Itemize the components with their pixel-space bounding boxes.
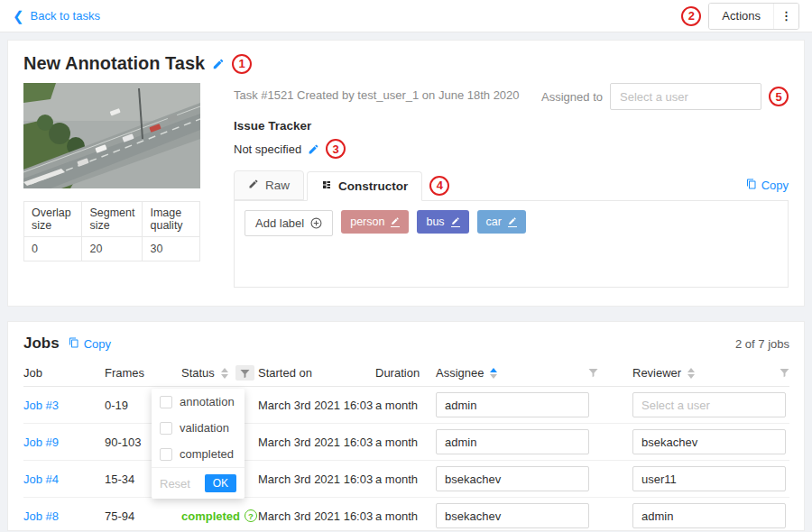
edit-issue-tracker-icon[interactable]: [308, 143, 319, 155]
duration-cell: a month: [375, 472, 436, 486]
label-chip-car[interactable]: car: [477, 210, 526, 234]
tab-constructor-label: Constructor: [338, 179, 408, 193]
task-preview-image: [23, 83, 200, 188]
started-cell: March 3rd 2021 16:03: [258, 472, 375, 486]
col-status[interactable]: Status: [181, 366, 215, 380]
question-circle-icon[interactable]: ?: [245, 509, 257, 522]
add-label-text: Add label: [255, 216, 304, 230]
col-started-on: Started on: [258, 366, 312, 380]
filter-option-validation-label: validation: [180, 421, 229, 435]
label-chip-bus-name: bus: [426, 216, 444, 228]
col-job: Job: [23, 366, 42, 380]
back-chevron-icon: ❮: [13, 9, 24, 23]
status-sort-icon[interactable]: [221, 368, 228, 379]
label-chip-bus[interactable]: bus: [417, 210, 468, 234]
jobs-title: Jobs: [23, 335, 60, 353]
task-title: New Annotation Task: [23, 53, 205, 74]
labels-constructor-panel: Add label person bus: [234, 200, 789, 288]
add-label-button[interactable]: Add label: [245, 210, 333, 236]
status-text: completed: [181, 509, 240, 523]
checkbox-annotation[interactable]: [160, 396, 172, 408]
started-cell: March 3rd 2021 16:03: [258, 509, 375, 523]
assignee-filter-icon[interactable]: [588, 368, 598, 378]
copy-icon: [69, 337, 79, 351]
filter-option-completed[interactable]: completed: [152, 441, 245, 467]
assignee-input[interactable]: [436, 503, 589, 528]
col-duration: Duration: [375, 366, 420, 380]
issue-tracker-value: Not specified: [234, 142, 301, 156]
assignee-sort-icon[interactable]: [490, 368, 497, 379]
duration-cell: a month: [375, 436, 436, 449]
labels-tabs: Raw Constructor 4 Copy: [234, 170, 789, 200]
actions-button[interactable]: Actions: [709, 4, 773, 29]
edit-label-icon[interactable]: [508, 216, 517, 227]
callout-1: 1: [232, 54, 252, 74]
reviewer-sort-icon[interactable]: [687, 368, 695, 379]
job-row: Job #3 0-19 March 3rd 2021 16:03 a month: [23, 387, 789, 424]
param-header-segment: Segment size: [82, 202, 143, 237]
checkbox-completed[interactable]: [160, 448, 172, 461]
col-reviewer[interactable]: Reviewer: [632, 366, 681, 380]
filter-option-validation[interactable]: validation: [152, 415, 245, 441]
callout-4: 4: [429, 176, 449, 196]
more-menu-button[interactable]: ⋮: [773, 4, 798, 29]
assignee-input[interactable]: [436, 392, 589, 417]
col-frames: Frames: [105, 366, 144, 380]
status-cell: completed ?: [181, 509, 258, 523]
filter-ok-button[interactable]: OK: [205, 474, 236, 492]
assignee-input[interactable]: [436, 466, 589, 491]
status-filter-icon[interactable]: [235, 365, 254, 381]
job-link[interactable]: Job #3: [23, 399, 59, 412]
task-assignee-select[interactable]: [610, 83, 761, 110]
vertical-dots-icon: ⋮: [780, 9, 792, 23]
copy-jobs-label: Copy: [84, 337, 111, 351]
edit-label-icon[interactable]: [451, 216, 460, 227]
callout-5: 5: [769, 87, 789, 106]
copy-icon: [746, 179, 757, 192]
checkbox-validation[interactable]: [160, 422, 172, 435]
reviewer-input[interactable]: [632, 429, 786, 454]
label-chip-car-name: car: [486, 216, 502, 228]
frames-cell: 75-94: [105, 509, 181, 523]
back-to-tasks-link[interactable]: ❮ Back to tasks: [13, 9, 100, 23]
duration-cell: a month: [375, 509, 436, 523]
job-row: Job #9 90-103 March 3rd 2021 16:03 a mon…: [23, 424, 789, 461]
edit-task-name-icon[interactable]: [212, 58, 225, 70]
jobs-count: 2 of 7 jobs: [735, 337, 789, 351]
assignee-input[interactable]: [436, 429, 589, 454]
duration-cell: a month: [375, 399, 436, 412]
assigned-to-label: Assigned to: [541, 90, 603, 104]
param-header-overlap: Overlap size: [24, 202, 82, 237]
col-assignee[interactable]: Assignee: [436, 366, 484, 380]
tab-raw[interactable]: Raw: [234, 170, 304, 200]
tab-constructor[interactable]: Constructor: [307, 171, 422, 201]
reviewer-input[interactable]: [632, 392, 786, 417]
label-chip-person-name: person: [350, 216, 384, 228]
actions-button-group: Actions ⋮: [708, 3, 799, 30]
edit-label-icon[interactable]: [391, 216, 400, 227]
filter-option-annotation[interactable]: annotation: [152, 389, 245, 415]
started-cell: March 3rd 2021 16:03: [258, 399, 375, 412]
copy-labels-link[interactable]: Copy: [746, 179, 789, 192]
label-chip-person[interactable]: person: [341, 210, 409, 234]
topbar: ❮ Back to tasks 2 Actions ⋮: [0, 0, 812, 32]
cvat-task-page: ❮ Back to tasks 2 Actions ⋮ New Annotati…: [0, 0, 812, 532]
jobs-card: Jobs Copy 2 of 7 jobs Job Frames Status …: [7, 321, 805, 531]
plus-circle-icon: [310, 217, 322, 229]
job-link[interactable]: Job #9: [23, 436, 59, 449]
reviewer-input[interactable]: [632, 503, 786, 528]
job-link[interactable]: Job #4: [23, 472, 59, 486]
task-card: New Annotation Task 1: [7, 40, 805, 307]
filter-option-completed-label: completed: [180, 447, 234, 461]
param-header-quality: Image quality: [143, 202, 200, 237]
job-row: Job #8 75-94 completed ? March 3rd 2021 …: [23, 498, 789, 531]
reviewer-filter-icon[interactable]: [780, 368, 789, 378]
job-link[interactable]: Job #8: [23, 509, 59, 523]
job-row: Job #4 15-34 March 3rd 2021 16:03 a mont…: [23, 461, 789, 498]
issue-tracker-label: Issue Tracker: [234, 119, 789, 133]
status-filter-dropdown: annotation validation completed Reset OK: [152, 389, 245, 499]
reviewer-input[interactable]: [632, 466, 786, 491]
filter-reset-button[interactable]: Reset: [160, 477, 190, 491]
copy-jobs-link[interactable]: Copy: [69, 337, 111, 351]
filter-option-annotation-label: annotation: [180, 395, 235, 408]
